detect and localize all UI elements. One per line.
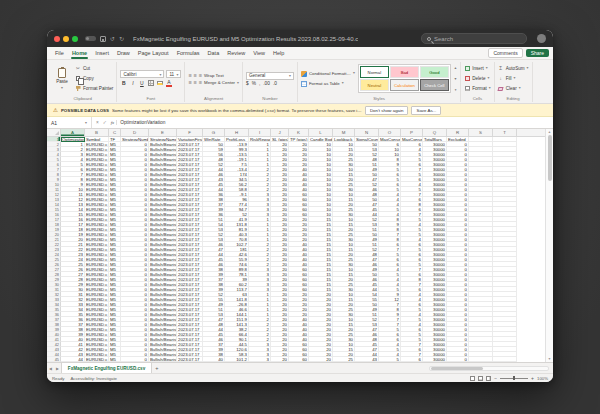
zoom-slider[interactable] [500, 378, 528, 379]
align-left-icon[interactable]: ≡ [188, 79, 191, 85]
sheet-nav-right-icon[interactable]: ▶ [54, 363, 61, 373]
number-format-select[interactable]: General▾ [246, 72, 294, 80]
column-header-A[interactable]: A [61, 129, 85, 136]
merge-center-button[interactable]: Merge & Center [204, 80, 235, 85]
underline-button[interactable]: U [138, 79, 145, 87]
cell-style-calculation[interactable]: Calculation [390, 79, 419, 91]
tab-insert[interactable]: Insert [91, 47, 113, 59]
fill-color-button[interactable] [156, 79, 163, 87]
redo-icon[interactable]: ↻ [119, 35, 124, 42]
cancel-icon[interactable]: × [94, 120, 101, 125]
cell-style-bad[interactable]: Bad [390, 66, 419, 78]
save-as-button[interactable]: Save As... [411, 106, 441, 115]
page-break-view-icon[interactable] [486, 376, 491, 381]
gallery-more-icon[interactable]: ▾ [455, 88, 457, 92]
percent-button[interactable]: % [252, 81, 256, 86]
vertical-scrollbar-thumb[interactable] [548, 135, 552, 181]
tab-file[interactable]: File [51, 47, 68, 59]
paste-button[interactable]: Paste ▾ [52, 68, 72, 90]
vertical-scrollbar[interactable]: ▲ ▼ [545, 129, 553, 362]
column-header-B[interactable]: B [85, 129, 109, 136]
zoom-window-button[interactable] [72, 36, 78, 42]
tab-draw[interactable]: Draw [113, 47, 134, 59]
clear-button[interactable]: Clear▾ [498, 84, 529, 93]
column-header-C[interactable]: C [109, 129, 121, 136]
minimize-window-button[interactable] [63, 36, 69, 42]
column-header-T[interactable]: T [493, 129, 517, 136]
currency-button[interactable]: $ [246, 81, 249, 86]
column-header-Q[interactable]: Q [423, 129, 447, 136]
select-all-corner[interactable] [47, 129, 61, 136]
share-button[interactable]: Share [526, 49, 549, 57]
tab-home[interactable]: Home [68, 47, 91, 59]
column-header-H[interactable]: H [225, 129, 249, 136]
cut-button[interactable]: ✂Cut [75, 64, 113, 73]
column-header-E[interactable]: E [149, 129, 177, 136]
wrap-text-button[interactable]: Wrap Text [204, 73, 224, 78]
borders-button[interactable] [147, 79, 154, 87]
align-right-icon[interactable]: ≡ [199, 79, 202, 85]
tab-view[interactable]: View [249, 47, 269, 59]
insert-cells-button[interactable]: Insert▾ [464, 64, 490, 73]
font-color-button[interactable]: A [165, 79, 172, 87]
formula-bar-input[interactable]: OptimizationVariation [116, 120, 553, 125]
align-bottom-icon[interactable]: ≡ [199, 72, 202, 78]
autosum-button[interactable]: ΣAutoSum▾ [498, 64, 529, 73]
bold-button[interactable]: B [120, 79, 127, 87]
tab-help[interactable]: Help [269, 47, 288, 59]
column-header-S[interactable]: S [469, 129, 493, 136]
merge-dropdown-icon[interactable]: ▾ [237, 80, 239, 85]
status-accessibility[interactable]: Accessibility: Investigate [70, 376, 117, 381]
column-header-G[interactable]: G [203, 129, 225, 136]
increase-decimal-button[interactable]: .00 [263, 81, 270, 86]
align-center-icon[interactable]: ≡ [194, 79, 197, 85]
normal-view-icon[interactable] [470, 376, 475, 381]
tab-data[interactable]: Data [204, 47, 224, 59]
column-header-P[interactable]: P [401, 129, 423, 136]
search-box[interactable]: Search [421, 33, 527, 44]
cell-style-normal[interactable]: Normal [360, 66, 389, 78]
column-header-I[interactable]: I [249, 129, 271, 136]
horizontal-scrollbar-thumb[interactable] [431, 367, 483, 370]
autosave-toggle[interactable] [85, 36, 96, 41]
delete-cells-button[interactable]: Delete▾ [464, 74, 490, 83]
zoom-in-icon[interactable]: + [531, 376, 534, 381]
align-middle-icon[interactable]: ≡ [194, 72, 197, 78]
column-header-O[interactable]: O [379, 129, 401, 136]
close-window-button[interactable] [54, 36, 60, 42]
italic-button[interactable]: I [129, 79, 136, 87]
fill-button[interactable]: ↓Fill▾ [498, 74, 529, 83]
align-top-icon[interactable]: ≡ [188, 72, 191, 78]
tab-page-layout[interactable]: Page Layout [134, 47, 173, 59]
gallery-down-icon[interactable]: ▼ [454, 77, 457, 81]
copy-button[interactable]: Copy [75, 74, 113, 83]
column-header-J[interactable]: J [271, 129, 289, 136]
font-size-select[interactable]: 11▾ [166, 70, 181, 78]
cell-style-good[interactable]: Good [420, 66, 449, 78]
undo-icon[interactable]: ↺ [110, 35, 115, 42]
format-painter-button[interactable]: Format Painter [75, 84, 113, 93]
format-cells-button[interactable]: Format▾ [464, 84, 490, 93]
zoom-level[interactable]: 100% [537, 376, 548, 381]
horizontal-scrollbar[interactable] [429, 366, 549, 371]
column-header-M[interactable]: M [333, 129, 355, 136]
add-sheet-button[interactable]: + [152, 363, 161, 373]
column-header-F[interactable]: F [177, 129, 203, 136]
fx-icon[interactable]: fx [109, 120, 116, 125]
dont-show-again-button[interactable]: Don't show again [365, 106, 409, 115]
comma-button[interactable]: , [259, 81, 260, 86]
tab-formulas[interactable]: Formulas [173, 47, 204, 59]
cell-style-check-cell[interactable]: Check Cell [420, 79, 449, 91]
decrease-decimal-button[interactable]: .0 [273, 81, 277, 86]
save-icon[interactable] [100, 36, 106, 42]
zoom-out-icon[interactable]: − [494, 376, 497, 381]
column-header-R[interactable]: R [447, 129, 469, 136]
enter-icon[interactable]: ✓ [101, 120, 109, 125]
tab-review[interactable]: Review [223, 47, 249, 59]
column-header-K[interactable]: K [289, 129, 309, 136]
column-header-L[interactable]: L [309, 129, 333, 136]
scroll-down-icon[interactable]: ▼ [548, 357, 551, 361]
name-box-dropdown-icon[interactable]: ▾ [83, 120, 89, 125]
name-box[interactable]: A1 [47, 120, 83, 126]
conditional-formatting-button[interactable]: Conditional Formatting▾ [301, 69, 355, 78]
